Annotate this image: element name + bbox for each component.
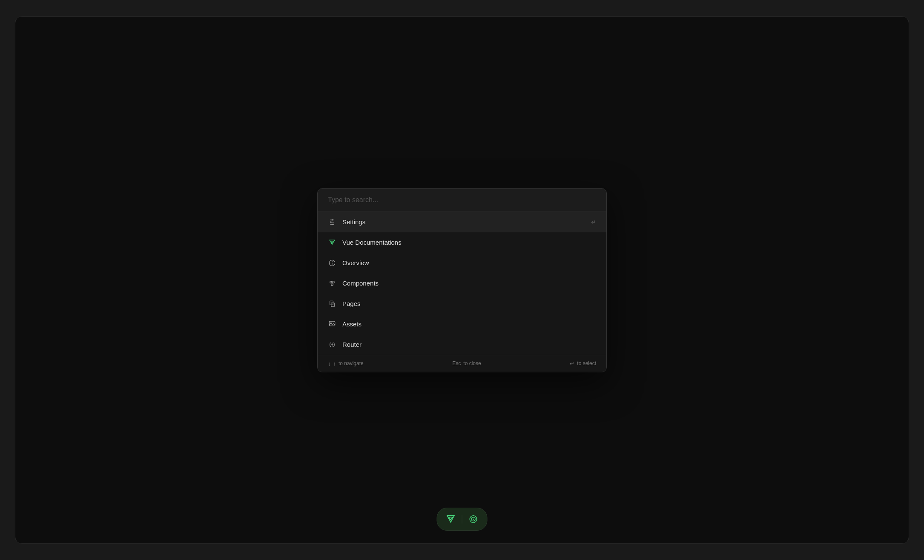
vue-docs-label: Vue Documentations: [342, 239, 596, 246]
pages-label: Pages: [342, 300, 596, 307]
target-bottom-icon: [469, 514, 478, 524]
close-label: to close: [463, 360, 481, 366]
svg-point-15: [333, 281, 335, 283]
settings-label: Settings: [342, 218, 585, 226]
close-hint: Esc to close: [452, 360, 481, 366]
navigate-hint: ↓ ↑ to navigate: [328, 360, 364, 367]
vue-logo-icon: [328, 238, 336, 247]
search-bar: [318, 189, 606, 212]
footer-bar: ↓ ↑ to navigate Esc to close ↵ to select: [318, 355, 606, 372]
components-icon: [328, 279, 336, 288]
settings-icon: [328, 218, 336, 226]
navigate-label: to navigate: [339, 360, 364, 366]
bottom-bar: [437, 508, 488, 531]
pages-icon: [328, 300, 336, 308]
overview-label: Overview: [342, 259, 596, 266]
components-label: Components: [342, 280, 596, 287]
search-input[interactable]: [328, 196, 596, 204]
bottom-divider: [462, 515, 462, 523]
svg-marker-9: [330, 240, 335, 245]
vue-bottom-button[interactable]: [443, 511, 459, 527]
router-label: Router: [342, 341, 596, 348]
svg-point-3: [330, 221, 331, 222]
svg-point-0: [332, 219, 333, 220]
svg-point-13: [332, 261, 333, 262]
enter-key-icon: ↵: [570, 360, 574, 367]
svg-point-27: [473, 519, 474, 520]
svg-point-16: [331, 283, 333, 286]
menu-item-router[interactable]: Router: [318, 334, 606, 355]
select-label: to select: [577, 360, 596, 366]
menu-item-pages[interactable]: Pages: [318, 294, 606, 314]
menu-item-settings[interactable]: Settings ↵: [318, 212, 606, 232]
menu-item-components[interactable]: Components: [318, 273, 606, 294]
svg-point-14: [330, 281, 332, 283]
svg-point-6: [333, 224, 333, 225]
svg-marker-23: [447, 516, 454, 523]
vue-bottom-icon: [446, 514, 456, 524]
menu-item-assets[interactable]: Assets: [318, 314, 606, 334]
arrow-down-icon: ↓: [328, 360, 331, 367]
svg-rect-19: [329, 321, 335, 326]
modal-overlay: Settings ↵ Vue Documentations: [15, 17, 909, 543]
select-hint: ↵ to select: [570, 360, 596, 367]
menu-item-overview[interactable]: Overview: [318, 253, 606, 273]
command-palette: Settings ↵ Vue Documentations: [317, 188, 607, 372]
enter-icon: ↵: [591, 219, 596, 226]
router-icon: [328, 340, 336, 349]
arrow-up-icon: ↑: [333, 360, 336, 367]
target-bottom-button[interactable]: [466, 511, 481, 527]
screen: Settings ↵ Vue Documentations: [15, 16, 909, 544]
info-icon: [328, 259, 336, 267]
esc-key: Esc: [452, 360, 461, 366]
menu-item-vue-docs[interactable]: Vue Documentations: [318, 232, 606, 253]
results-list: Settings ↵ Vue Documentations: [318, 212, 606, 355]
assets-icon: [328, 320, 336, 329]
assets-label: Assets: [342, 320, 596, 328]
